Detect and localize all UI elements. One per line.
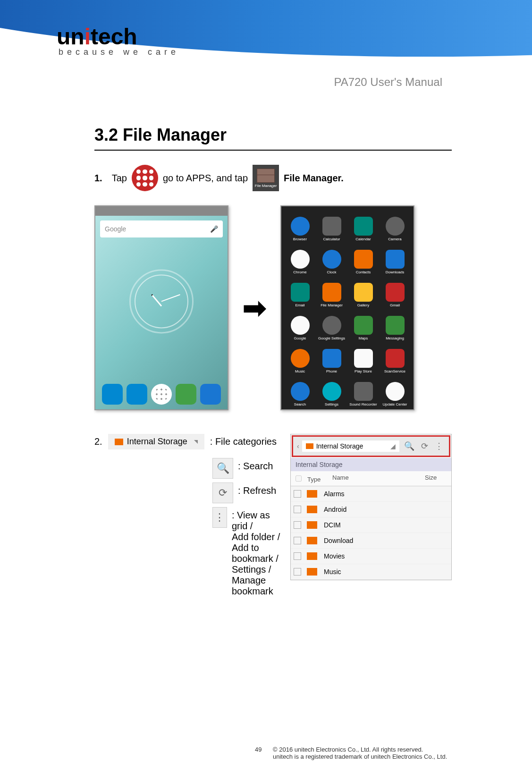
fm-col-name: Name: [329, 471, 422, 486]
app-item: Contacts: [348, 250, 378, 281]
page: unitech because we care PA720 User's Man…: [0, 0, 532, 779]
app-icon: [291, 382, 310, 401]
section-heading: 3.2 File Manager: [94, 125, 452, 145]
folder-icon: [307, 537, 317, 544]
app-icon: [354, 382, 373, 401]
app-icon: [322, 250, 341, 269]
step-2-legend: 2. Internal Storage : File categories 🔍 …: [94, 434, 286, 601]
checkbox-icon: [294, 506, 301, 513]
folder-icon: [307, 568, 317, 576]
app-label: Update Center: [382, 402, 407, 406]
more-icon: ⋮: [212, 507, 227, 528]
brand-part2: tech: [91, 24, 137, 49]
app-label: Browser: [293, 237, 307, 241]
fm-storage-label: Internal Storage: [316, 442, 363, 450]
app-icon: [291, 349, 310, 368]
app-icon: [322, 283, 341, 302]
app-icon: [322, 349, 341, 368]
app-item: Gallery: [348, 283, 378, 314]
app-item: ScanService: [380, 349, 410, 380]
app-item: Downloads: [380, 250, 410, 281]
folder-icon: [307, 521, 317, 529]
dock-apps-icon: [151, 384, 172, 405]
app-item: Calendar: [348, 217, 378, 248]
step-2-line-categories: 2. Internal Storage : File categories: [94, 434, 286, 449]
app-item: Clock: [317, 250, 346, 281]
folder-icon: [306, 443, 313, 449]
google-search-bar: Google 🎤: [100, 220, 223, 237]
home-dock: [95, 384, 228, 405]
app-label: Gmail: [390, 303, 400, 307]
app-icon: [291, 316, 310, 335]
fm-row: Download: [291, 533, 451, 549]
fm-row: Music: [291, 564, 451, 580]
app-icon: [291, 217, 310, 236]
app-item: Play Store: [348, 349, 378, 380]
app-label: Music: [295, 369, 305, 373]
app-label: Google Settings: [318, 336, 345, 340]
app-icon: [386, 250, 405, 269]
file-categories-label: : File categories: [210, 436, 277, 447]
step-2: 2. Internal Storage : File categories 🔍 …: [94, 434, 452, 601]
refresh-icon: ⟳: [212, 483, 233, 503]
app-label: Settings: [325, 402, 338, 406]
fm-storage-dropdown: Internal Storage ◢: [302, 440, 399, 452]
file-manager-screenshot: ‹ Internal Storage ◢ 🔍 ⟳ ⋮ Internal Stor…: [290, 434, 452, 580]
app-label: Google: [294, 336, 306, 340]
brand-dot: i: [84, 24, 91, 49]
brand-part1: un: [57, 24, 84, 49]
app-label: Camera: [388, 237, 401, 241]
app-item: Phone: [317, 349, 346, 380]
fm-row: Android: [291, 502, 451, 517]
apps-screen-shot: BrowserCalculatorCalendarCameraChromeClo…: [280, 205, 414, 410]
dock-browser-icon: [200, 384, 221, 405]
app-icon: [354, 217, 373, 236]
step-1: 1. Tap go to APPS, and tap File Manager …: [94, 165, 452, 191]
search-desc: : Search: [238, 458, 273, 472]
app-item: Google: [285, 316, 315, 347]
app-item: Browser: [285, 217, 315, 248]
app-item: Email: [285, 283, 315, 314]
fm-search-icon: 🔍: [402, 441, 416, 451]
fm-column-header: Type Name Size: [291, 471, 451, 486]
app-item: File Manager: [317, 283, 346, 314]
app-icon: [386, 349, 405, 368]
checkbox-icon: [294, 568, 301, 576]
screenshots-row: Google 🎤 ➡: [94, 205, 452, 410]
app-item: Messaging: [380, 316, 410, 347]
apps-launcher-dots: [136, 169, 153, 186]
page-footer: 49 © 2016 unitech Electronics Co., Ltd. …: [255, 746, 452, 760]
clock-minute-hand: [161, 294, 180, 302]
section-divider: [94, 150, 452, 151]
manual-title: PA720 User's Manual: [334, 76, 442, 89]
fm-row: Alarms: [291, 486, 451, 502]
app-item: Google Settings: [317, 316, 346, 347]
app-icon: [386, 283, 405, 302]
app-item: Calculator: [317, 217, 346, 248]
app-icon: [354, 349, 373, 368]
step-1-text-c: File Manager.: [284, 173, 344, 184]
app-label: Contacts: [356, 270, 371, 274]
app-icon: [322, 382, 341, 401]
page-header: unitech because we care PA720 User's Man…: [0, 0, 532, 104]
page-number: 49: [255, 746, 262, 753]
app-label: Email: [295, 303, 304, 307]
fm-refresh-icon: ⟳: [419, 441, 430, 451]
fm-col-size: Size: [422, 471, 451, 486]
fm-toolbar-highlight: ‹ Internal Storage ◢ 🔍 ⟳ ⋮: [292, 435, 450, 457]
fm-row-name: Music: [324, 568, 341, 576]
fm-row-name: Alarms: [324, 490, 345, 498]
clock-widget: [129, 269, 194, 333]
dropdown-triangle-icon: [194, 440, 198, 444]
app-item: Chrome: [285, 250, 315, 281]
checkbox-icon: [294, 537, 301, 544]
folder-icon: [307, 490, 317, 498]
app-item: Maps: [348, 316, 378, 347]
app-icon: [386, 382, 405, 401]
brand-tagline: because we care: [59, 47, 179, 57]
app-label: File Manager: [321, 303, 343, 307]
checkbox-icon: [294, 490, 301, 498]
dock-contacts-icon: [127, 384, 147, 405]
fm-row-name: Android: [324, 506, 346, 513]
apps-grid: BrowserCalculatorCalendarCameraChromeClo…: [285, 217, 410, 404]
